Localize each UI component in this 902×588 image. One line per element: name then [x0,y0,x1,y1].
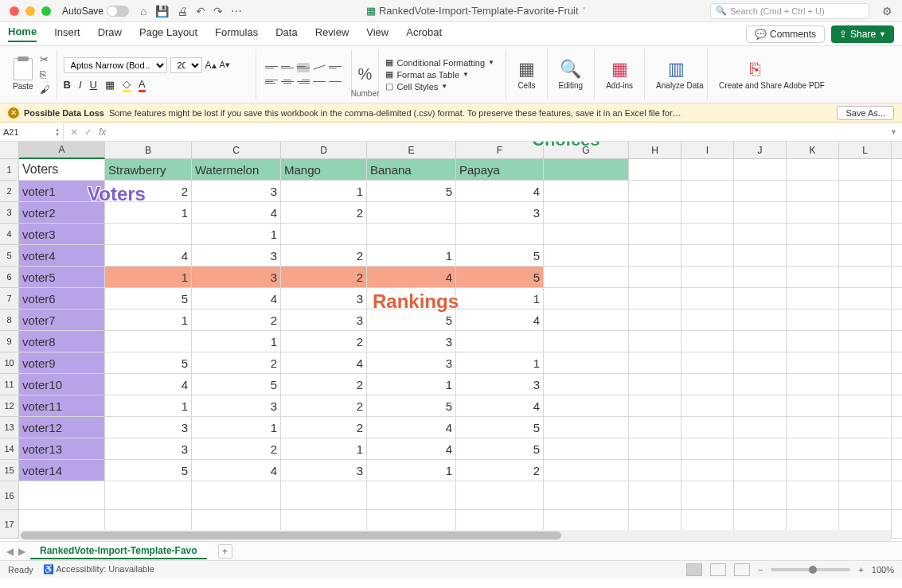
row-header-5[interactable]: 5 [0,245,19,267]
horizontal-scrollbar[interactable] [19,530,891,541]
cell[interactable]: 2 [281,417,367,438]
cell[interactable]: voter8 [19,331,105,352]
cell[interactable]: 4 [192,288,281,310]
italic-button[interactable]: I [79,79,82,91]
cell[interactable] [629,460,681,481]
row-header-3[interactable]: 3 [0,202,19,224]
save-as-button[interactable]: Save As... [837,106,894,120]
cell[interactable] [839,202,892,224]
cell[interactable]: 3 [281,310,367,331]
cell[interactable]: 4 [456,395,544,417]
cell[interactable]: 2 [456,460,544,481]
cell[interactable]: voter12 [19,417,105,438]
cell[interactable] [734,267,787,288]
column-header-H[interactable]: H [629,142,681,159]
cell[interactable] [787,331,839,352]
cell[interactable] [681,481,734,510]
align-center-button[interactable] [281,77,294,87]
cell[interactable] [787,460,839,481]
cell[interactable]: voter1 [19,181,105,202]
cell[interactable]: 2 [192,310,281,331]
cell[interactable]: 1 [367,245,456,267]
row-header-16[interactable]: 16 [0,481,19,510]
cell[interactable] [892,438,902,460]
cell[interactable]: voter3 [19,224,105,245]
cell[interactable] [839,460,892,481]
cell[interactable]: 2 [281,395,367,417]
tab-data[interactable]: Data [275,26,297,41]
cell[interactable] [456,481,544,510]
tab-home[interactable]: Home [8,25,37,42]
row-header-8[interactable]: 8 [0,310,19,331]
expand-icon[interactable]: ▼ [885,128,902,136]
cell[interactable] [681,224,734,245]
column-header-M[interactable]: M [892,142,902,159]
cell[interactable]: 2 [192,352,281,374]
tab-view[interactable]: View [366,26,389,41]
cell[interactable]: voter13 [19,438,105,460]
cell[interactable] [544,374,629,395]
cell[interactable]: 5 [456,267,544,288]
cell[interactable]: voter2 [19,202,105,224]
decrease-font-icon[interactable]: A▾ [220,60,230,70]
cell[interactable]: 2 [281,331,367,352]
row-header-2[interactable]: 2 [0,181,19,202]
cell[interactable] [629,438,681,460]
cell[interactable] [681,460,734,481]
copy-icon[interactable]: ⎘ [40,68,50,80]
cell[interactable] [544,395,629,417]
cell[interactable]: 1 [105,267,192,288]
cell[interactable] [367,202,456,224]
underline-button[interactable]: U [90,79,97,91]
name-box[interactable]: A21 ▲▼ [0,123,64,141]
cell[interactable] [839,438,892,460]
cell[interactable]: 3 [281,460,367,481]
cell[interactable] [629,224,681,245]
tab-draw[interactable]: Draw [98,26,122,41]
row-header-7[interactable]: 7 [0,288,19,310]
row-header-13[interactable]: 13 [0,417,19,438]
format-painter-icon[interactable]: 🖌 [40,84,50,95]
undo-icon[interactable]: ↶ [196,5,205,18]
cell[interactable] [281,224,367,245]
cell[interactable]: voter9 [19,352,105,374]
sheet-nav-prev-icon[interactable]: ◀ [6,546,14,557]
merge-button[interactable] [329,77,342,87]
row-header-4[interactable]: 4 [0,224,19,245]
cell[interactable]: 4 [367,438,456,460]
cell[interactable]: Voters [19,159,105,181]
cell[interactable] [367,224,456,245]
cell[interactable]: 3 [192,181,281,202]
cell[interactable]: 3 [192,245,281,267]
cell[interactable] [544,417,629,438]
font-color-button[interactable]: A [139,78,146,92]
cell[interactable]: voter14 [19,460,105,481]
cell[interactable] [839,395,892,417]
cell[interactable] [734,245,787,267]
cell[interactable] [892,374,902,395]
cell[interactable]: 4 [456,310,544,331]
cell[interactable] [629,288,681,310]
cell[interactable] [367,481,456,510]
wrap-text-button[interactable] [329,63,342,72]
cell[interactable] [892,460,902,481]
cell[interactable] [839,245,892,267]
cell[interactable]: 2 [281,267,367,288]
align-middle-button[interactable] [281,63,294,72]
row-header-17[interactable]: 17 [0,510,19,539]
cell[interactable] [839,310,892,331]
cell[interactable]: 1 [105,310,192,331]
cell[interactable] [787,159,839,181]
tab-insert[interactable]: Insert [54,26,80,41]
column-header-K[interactable]: K [787,142,839,159]
cell[interactable] [734,224,787,245]
cell[interactable] [629,417,681,438]
cell[interactable] [892,510,902,539]
cell[interactable] [629,374,681,395]
share-button[interactable]: ⇪ Share ▼ [831,25,894,43]
font-name-select[interactable]: Aptos Narrow (Bod… [64,57,167,73]
row-header-15[interactable]: 15 [0,460,19,481]
document-title[interactable]: ▦ RankedVote-Import-Template-Favorite-Fr… [248,5,704,17]
zoom-slider[interactable] [771,568,850,571]
cell[interactable]: voter5 [19,267,105,288]
